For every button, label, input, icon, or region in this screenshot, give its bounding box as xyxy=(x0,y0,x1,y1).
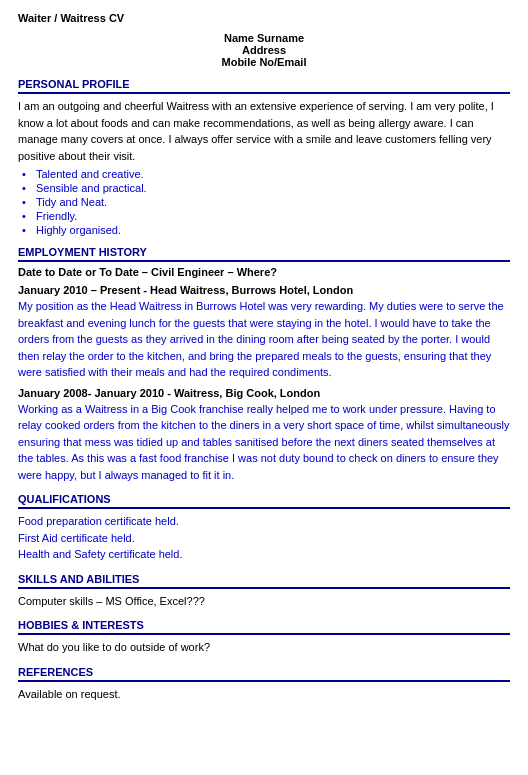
job1-body: My position as the Head Waitress in Burr… xyxy=(18,298,510,381)
hobbies-body: What do you like to do outside of work? xyxy=(18,639,510,656)
employment-history-title: EMPLOYMENT HISTORY xyxy=(18,246,510,262)
job1-date: January 2010 – Present - Head Waitress, … xyxy=(18,284,510,296)
bullet-item: Tidy and Neat. xyxy=(36,196,510,208)
qualifications-title: QUALIFICATIONS xyxy=(18,493,510,509)
skills-title: SKILLS AND ABILITIES xyxy=(18,573,510,589)
contact-name: Name Surname xyxy=(18,32,510,44)
contact-mobile: Mobile No/Email xyxy=(18,56,510,68)
qual-item-1: Food preparation certificate held. xyxy=(18,513,510,530)
bullet-item: Talented and creative. xyxy=(36,168,510,180)
job2-body: Working as a Waitress in a Big Cook fran… xyxy=(18,401,510,484)
employment-subtitle: Date to Date or To Date – Civil Engineer… xyxy=(18,266,510,278)
references-body: Available on request. xyxy=(18,686,510,703)
personal-profile-title: PERSONAL PROFILE xyxy=(18,78,510,94)
personal-profile-body: I am an outgoing and cheerful Waitress w… xyxy=(18,98,510,164)
page-header: Waiter / Waitress CV xyxy=(18,12,510,24)
bullet-item: Sensible and practical. xyxy=(36,182,510,194)
bullet-item: Friendly. xyxy=(36,210,510,222)
contact-address: Address xyxy=(18,44,510,56)
skills-body: Computer skills – MS Office, Excel??? xyxy=(18,593,510,610)
qual-item-3: Health and Safety certificate held. xyxy=(18,546,510,563)
qualifications-content: Food preparation certificate held. First… xyxy=(18,513,510,563)
contact-block: Name Surname Address Mobile No/Email xyxy=(18,32,510,68)
references-title: REFERENCES xyxy=(18,666,510,682)
hobbies-title: HOBBIES & INTERESTS xyxy=(18,619,510,635)
job2-date: January 2008- January 2010 - Waitress, B… xyxy=(18,387,510,399)
qual-item-2: First Aid certificate held. xyxy=(18,530,510,547)
personal-profile-bullets: Talented and creative. Sensible and prac… xyxy=(18,168,510,236)
bullet-item: Highly organised. xyxy=(36,224,510,236)
